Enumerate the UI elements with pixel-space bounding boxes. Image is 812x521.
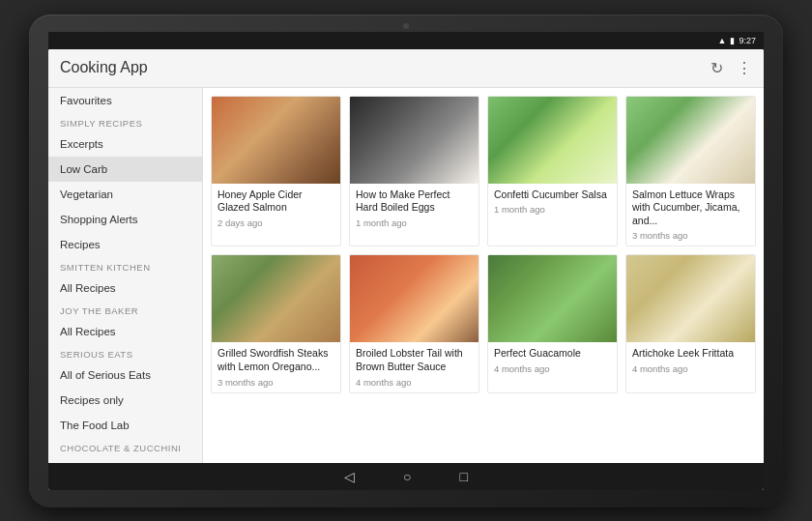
recipe-date-recipe-6: 4 months ago bbox=[356, 377, 473, 388]
recipe-info-recipe-3: Confetti Cucumber Salsa1 month ago bbox=[488, 184, 617, 220]
recipe-title-recipe-7: Perfect Guacamole bbox=[494, 347, 611, 361]
app-title: Cooking App bbox=[60, 59, 148, 76]
recipe-date-recipe-7: 4 months ago bbox=[494, 363, 611, 374]
recipe-title-recipe-8: Artichoke Leek Frittata bbox=[632, 347, 749, 361]
recipe-image-recipe-6 bbox=[350, 255, 478, 342]
recipe-date-recipe-2: 1 month ago bbox=[356, 217, 473, 228]
back-button[interactable]: ◁ bbox=[344, 469, 355, 484]
sidebar-item-all-serious-eats[interactable]: All of Serious Eats bbox=[48, 362, 202, 388]
recipe-image-recipe-7 bbox=[488, 255, 617, 342]
recipe-card-recipe-4[interactable]: Salmon Lettuce Wraps with Cucumber, Jica… bbox=[625, 96, 756, 247]
recipe-card-recipe-7[interactable]: Perfect Guacamole4 months ago bbox=[487, 254, 618, 392]
sidebar: FavouritesSIMPLY RECIPESExcerptsLow Carb… bbox=[48, 88, 203, 463]
sidebar-item-favourites[interactable]: Favourites bbox=[48, 88, 202, 113]
recipe-title-recipe-5: Grilled Swordfish Steaks with Lemon Oreg… bbox=[218, 347, 334, 373]
status-bar: ▲ ▮ 9:27 bbox=[48, 32, 764, 49]
tablet-camera bbox=[403, 23, 409, 29]
battery-icon: ▮ bbox=[730, 36, 735, 45]
status-icons: ▲ ▮ 9:27 bbox=[718, 36, 756, 45]
recipe-info-recipe-5: Grilled Swordfish Steaks with Lemon Oreg… bbox=[212, 342, 340, 391]
recipe-image-recipe-3 bbox=[488, 97, 617, 184]
sidebar-item-recipes[interactable]: Recipes bbox=[48, 232, 202, 257]
recipe-info-recipe-1: Honey Apple Cider Glazed Salmon2 days ag… bbox=[212, 184, 340, 233]
sidebar-section-smitten-kitchen-label: SMITTEN KITCHEN bbox=[48, 257, 202, 275]
recipe-card-recipe-8[interactable]: Artichoke Leek Frittata4 months ago bbox=[625, 254, 756, 392]
recipe-title-recipe-3: Confetti Cucumber Salsa bbox=[494, 188, 611, 202]
recipe-date-recipe-5: 3 months ago bbox=[218, 377, 334, 388]
recipe-date-recipe-3: 1 month ago bbox=[494, 204, 611, 215]
sidebar-item-recipes-only[interactable]: Recipes only bbox=[48, 388, 202, 413]
sidebar-item-all-recipes-3[interactable]: All Recipes bbox=[48, 456, 202, 463]
recipe-image-recipe-1 bbox=[212, 97, 340, 184]
recipe-title-recipe-4: Salmon Lettuce Wraps with Cucumber, Jica… bbox=[632, 188, 749, 228]
sidebar-item-vegetarian[interactable]: Vegetarian bbox=[48, 182, 202, 207]
wifi-icon: ▲ bbox=[718, 36, 727, 45]
recipe-title-recipe-1: Honey Apple Cider Glazed Salmon bbox=[218, 188, 334, 215]
sidebar-item-food-lab[interactable]: The Food Lab bbox=[48, 413, 202, 438]
menu-button[interactable]: ⋮ bbox=[737, 59, 752, 77]
screen: Cooking App ↻ ⋮ FavouritesSIMPLY RECIPES… bbox=[48, 49, 764, 490]
recipe-date-recipe-1: 2 days ago bbox=[218, 217, 334, 228]
refresh-button[interactable]: ↻ bbox=[710, 59, 723, 77]
sidebar-item-shopping-alerts[interactable]: Shopping Alerts bbox=[48, 207, 202, 232]
sidebar-section-serious-eats-label: SERIOUS EATS bbox=[48, 344, 202, 362]
recipe-info-recipe-8: Artichoke Leek Frittata4 months ago bbox=[626, 342, 755, 379]
recipe-info-recipe-7: Perfect Guacamole4 months ago bbox=[488, 342, 617, 379]
app-bar-actions: ↻ ⋮ bbox=[710, 59, 752, 77]
sidebar-item-excerpts[interactable]: Excerpts bbox=[48, 131, 202, 157]
recipe-card-recipe-1[interactable]: Honey Apple Cider Glazed Salmon2 days ag… bbox=[211, 96, 341, 247]
sidebar-section-chocolate-zucchini-label: CHOCOLATE & ZUCCHINI bbox=[48, 438, 202, 456]
recipe-title-recipe-2: How to Make Perfect Hard Boiled Eggs bbox=[356, 188, 473, 215]
sidebar-section-joy-the-baker-label: JOY THE BAKER bbox=[48, 301, 202, 319]
recipe-image-recipe-5 bbox=[212, 255, 340, 342]
recipe-image-recipe-2 bbox=[350, 97, 478, 184]
recipe-info-recipe-6: Broiled Lobster Tail with Brown Butter S… bbox=[350, 342, 478, 391]
recipe-card-recipe-6[interactable]: Broiled Lobster Tail with Brown Butter S… bbox=[349, 254, 479, 392]
recipe-card-recipe-2[interactable]: How to Make Perfect Hard Boiled Eggs1 mo… bbox=[349, 96, 479, 247]
recipe-info-recipe-4: Salmon Lettuce Wraps with Cucumber, Jica… bbox=[626, 184, 755, 246]
recents-button[interactable]: □ bbox=[460, 469, 468, 484]
recipe-info-recipe-2: How to Make Perfect Hard Boiled Eggs1 mo… bbox=[350, 184, 478, 233]
recipe-grid: Honey Apple Cider Glazed Salmon2 days ag… bbox=[211, 96, 756, 393]
sidebar-item-low-carb[interactable]: Low Carb bbox=[48, 157, 202, 182]
clock: 9:27 bbox=[739, 36, 756, 45]
recipe-image-recipe-4 bbox=[626, 97, 755, 184]
sidebar-item-all-recipes-1[interactable]: All Recipes bbox=[48, 275, 202, 301]
app-bar: Cooking App ↻ ⋮ bbox=[48, 49, 764, 88]
tablet-device: ▲ ▮ 9:27 Cooking App ↻ ⋮ FavouritesSIMPL… bbox=[29, 14, 783, 507]
recipe-date-recipe-4: 3 months ago bbox=[632, 230, 749, 241]
main-content: Honey Apple Cider Glazed Salmon2 days ag… bbox=[203, 88, 764, 463]
sidebar-section-simply-recipes-label: SIMPLY RECIPES bbox=[48, 113, 202, 131]
recipe-title-recipe-6: Broiled Lobster Tail with Brown Butter S… bbox=[356, 347, 473, 373]
sidebar-item-all-recipes-2[interactable]: All Recipes bbox=[48, 319, 202, 344]
content-area: FavouritesSIMPLY RECIPESExcerptsLow Carb… bbox=[48, 88, 764, 463]
home-button[interactable]: ○ bbox=[403, 469, 411, 484]
recipe-card-recipe-5[interactable]: Grilled Swordfish Steaks with Lemon Oreg… bbox=[211, 254, 341, 392]
recipe-image-recipe-8 bbox=[626, 255, 755, 342]
recipe-card-recipe-3[interactable]: Confetti Cucumber Salsa1 month ago bbox=[487, 96, 618, 247]
nav-bar: ◁ ○ □ bbox=[48, 463, 764, 490]
recipe-date-recipe-8: 4 months ago bbox=[632, 363, 749, 374]
